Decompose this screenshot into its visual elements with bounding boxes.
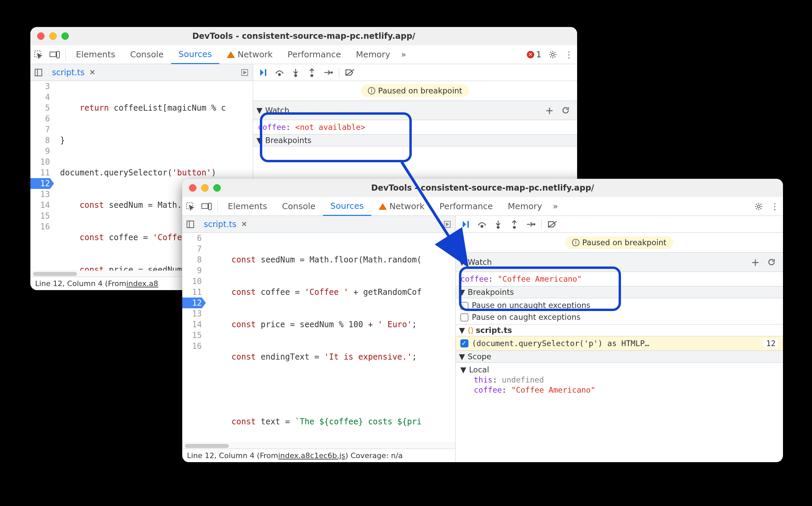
bp-file-header[interactable]: ▼⟨⟩script.ts <box>456 324 783 336</box>
step-out-icon[interactable] <box>304 64 319 81</box>
traffic-lights <box>37 32 69 40</box>
minimize-icon[interactable] <box>201 184 209 192</box>
devtools-window-2: DevTools - consistent-source-map-pc.netl… <box>182 179 783 462</box>
close-file-icon[interactable]: ✕ <box>241 220 247 228</box>
watch-row[interactable]: coffee: "Coffee Americano" <box>456 272 783 286</box>
tab-sources[interactable]: Sources <box>323 197 371 216</box>
svg-rect-20 <box>187 221 194 228</box>
watch-pane-header[interactable]: ▼Watch + <box>456 252 783 272</box>
bp-caught-row[interactable]: Pause on caught exceptions <box>456 313 783 325</box>
tab-memory[interactable]: Memory <box>500 197 550 216</box>
svg-point-24 <box>481 225 483 227</box>
file-tab-script[interactable]: script.ts✕ <box>48 64 100 81</box>
step-icon[interactable] <box>321 64 335 81</box>
tab-console[interactable]: Console <box>275 197 323 216</box>
resume-icon[interactable] <box>458 216 473 232</box>
titlebar: DevTools - consistent-source-map-pc.netl… <box>182 179 783 197</box>
chevron-down-icon: ▼ <box>459 258 465 266</box>
chevron-down-icon: ▼ <box>459 352 465 361</box>
scope-local[interactable]: ▼Local <box>456 363 783 375</box>
resume-icon[interactable] <box>256 64 271 81</box>
svg-point-30 <box>534 224 535 225</box>
breakpoints-pane-header[interactable]: ▼Breakpoints <box>253 134 577 146</box>
add-watch-icon[interactable]: + <box>541 102 558 118</box>
tab-performance[interactable]: Performance <box>280 45 348 64</box>
step-icon[interactable] <box>523 216 538 232</box>
watch-row[interactable]: coffee: <not available> <box>253 120 577 134</box>
checkbox[interactable] <box>460 313 468 321</box>
chevron-down-icon: ▼ <box>256 136 263 145</box>
deactivate-bp-icon[interactable] <box>343 64 357 81</box>
pause-banner: iPaused on breakpoint <box>456 233 783 252</box>
inspect-icon[interactable] <box>30 47 47 63</box>
refresh-icon[interactable] <box>558 102 574 118</box>
gear-icon[interactable] <box>545 47 561 63</box>
separator <box>65 49 66 61</box>
warning-icon <box>227 51 235 58</box>
svg-rect-18 <box>209 203 211 210</box>
info-icon: i <box>572 239 579 246</box>
checkbox-checked[interactable] <box>460 339 468 347</box>
tab-performance[interactable]: Performance <box>432 197 500 216</box>
close-icon[interactable] <box>37 32 45 40</box>
h-scrollbar[interactable] <box>182 443 455 449</box>
svg-point-10 <box>295 75 297 77</box>
device-icon[interactable] <box>47 47 63 63</box>
chevron-down-icon: ▼ <box>460 365 466 374</box>
bp-uncaught-row[interactable]: Pause on uncaught exceptions <box>456 298 783 313</box>
add-watch-icon[interactable]: + <box>747 254 763 270</box>
deactivate-bp-icon[interactable] <box>545 216 560 232</box>
tab-network[interactable]: Network <box>371 197 432 216</box>
svg-point-3 <box>551 53 554 56</box>
nav-pane-icon[interactable] <box>182 216 198 232</box>
step-into-icon[interactable] <box>288 64 303 81</box>
tab-sources[interactable]: Sources <box>171 45 219 64</box>
svg-point-26 <box>497 226 499 228</box>
scope-pane-header[interactable]: ▼Scope <box>456 350 783 363</box>
chevron-down-icon: ▼ <box>459 288 465 297</box>
step-out-icon[interactable] <box>507 216 522 232</box>
step-over-icon[interactable] <box>272 64 287 81</box>
tab-console[interactable]: Console <box>123 45 171 64</box>
tab-memory[interactable]: Memory <box>349 45 398 64</box>
close-file-icon[interactable]: ✕ <box>89 68 95 77</box>
code-editor[interactable]: 678910111213141516 const seedNum = Math.… <box>182 233 455 443</box>
tab-more[interactable]: » <box>549 197 561 216</box>
minimize-icon[interactable] <box>49 32 57 40</box>
kebab-icon[interactable]: ⋮ <box>561 47 577 63</box>
breakpoints-pane-header[interactable]: ▼Breakpoints <box>456 286 783 298</box>
refresh-icon[interactable] <box>763 254 780 270</box>
tab-more[interactable]: » <box>398 45 409 64</box>
error-count: 1 <box>536 50 541 59</box>
device-icon[interactable] <box>198 198 215 215</box>
tab-elements[interactable]: Elements <box>69 45 123 64</box>
file-tab-script[interactable]: script.ts✕ <box>200 216 251 232</box>
watch-pane-header[interactable]: ▼Watch + <box>253 101 577 120</box>
window-title: DevTools - consistent-source-map-pc.netl… <box>192 31 415 41</box>
svg-point-12 <box>311 75 313 77</box>
run-snippet-icon[interactable] <box>237 64 253 81</box>
maximize-icon[interactable] <box>61 32 69 40</box>
close-icon[interactable] <box>189 184 196 192</box>
traffic-lights <box>189 184 221 192</box>
checkbox[interactable] <box>460 302 468 310</box>
inspect-icon[interactable] <box>182 198 198 215</box>
step-into-icon[interactable] <box>491 216 506 232</box>
tab-elements[interactable]: Elements <box>220 197 275 216</box>
file-icon: ⟨⟩ <box>468 326 474 335</box>
bp-row[interactable]: (document.querySelector('p') as HTMLP…12 <box>456 336 783 350</box>
gear-icon[interactable] <box>751 198 767 215</box>
step-over-icon[interactable] <box>475 216 489 232</box>
titlebar: DevTools - consistent-source-map-pc.netl… <box>30 27 577 45</box>
maximize-icon[interactable] <box>213 184 221 192</box>
nav-pane-icon[interactable] <box>30 64 47 81</box>
window-title: DevTools - consistent-source-map-pc.netl… <box>371 183 594 193</box>
error-icon[interactable]: ✕ <box>527 51 534 58</box>
kebab-icon[interactable]: ⋮ <box>767 198 783 215</box>
pause-banner: iPaused on breakpoint <box>253 81 577 101</box>
run-snippet-icon[interactable] <box>439 216 455 232</box>
file-tabs: script.ts✕ <box>30 64 253 81</box>
scope-this: this: undefined <box>456 375 783 385</box>
svg-rect-17 <box>202 204 208 208</box>
tab-network[interactable]: Network <box>219 45 280 64</box>
